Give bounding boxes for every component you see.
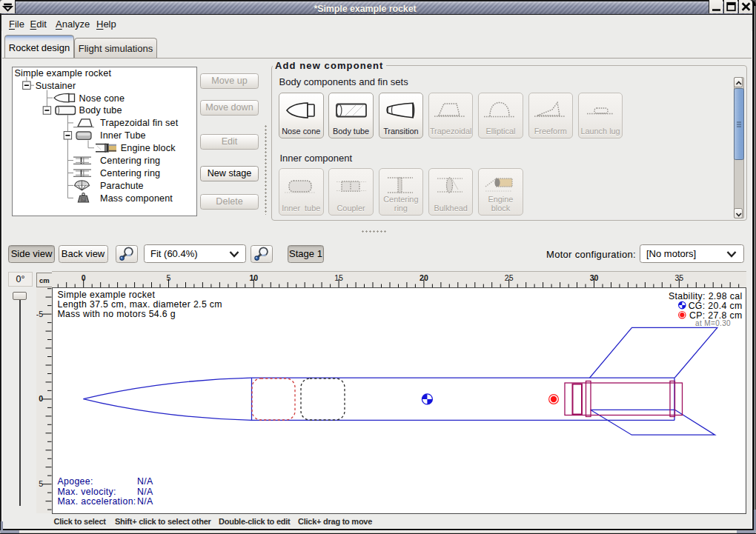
- svg-text:Mass component: Mass component: [100, 193, 173, 204]
- svg-text:30: 30: [589, 273, 598, 282]
- svg-text:-5: -5: [36, 310, 43, 318]
- svg-text:Mass with no motors 54.6 g: Mass with no motors 54.6 g: [57, 309, 175, 319]
- svg-text:N/A: N/A: [137, 487, 153, 497]
- svg-text:Nose cone: Nose cone: [79, 93, 125, 104]
- svg-text:Centering ring: Centering ring: [100, 168, 160, 178]
- svg-text:CG: 20.4 cm: CG: 20.4 cm: [688, 301, 742, 311]
- svg-text:10: 10: [249, 273, 258, 282]
- svg-text:0: 0: [81, 273, 85, 282]
- svg-text:Apogee:: Apogee:: [57, 476, 93, 487]
- svg-text:at M=0.30: at M=0.30: [695, 319, 731, 327]
- svg-text:20: 20: [420, 273, 428, 282]
- svg-text:Simple example rocket: Simple example rocket: [15, 68, 112, 79]
- svg-text:Max. acceleration:: Max. acceleration:: [57, 496, 136, 507]
- svg-text:Stability: 2.98 cal: Stability: 2.98 cal: [668, 291, 742, 301]
- svg-text:Centering ring: Centering ring: [100, 156, 160, 166]
- svg-text:Max. velocity:: Max. velocity:: [57, 487, 116, 497]
- svg-text:Engine block: Engine block: [121, 143, 176, 153]
- svg-text:25: 25: [504, 273, 513, 282]
- svg-text:Trapezoidal fin set: Trapezoidal fin set: [100, 118, 179, 128]
- svg-text:Simple example rocket: Simple example rocket: [57, 290, 155, 300]
- svg-text:Sustainer: Sustainer: [36, 81, 76, 91]
- svg-text:5: 5: [166, 273, 170, 282]
- svg-text:0: 0: [39, 394, 43, 403]
- svg-text:5: 5: [39, 479, 43, 488]
- svg-text:N/A: N/A: [137, 476, 153, 487]
- svg-text:N/A: N/A: [137, 496, 153, 507]
- svg-text:15: 15: [334, 273, 343, 282]
- svg-text:kg: kg: [82, 198, 86, 201]
- svg-text:Length 37.5 cm, max. diameter: Length 37.5 cm, max. diameter 2.5 cm: [57, 299, 222, 310]
- svg-text:Body tube: Body tube: [79, 105, 122, 116]
- svg-text:Parachute: Parachute: [100, 181, 144, 191]
- svg-text:35: 35: [674, 273, 683, 282]
- svg-text:Inner Tube: Inner Tube: [100, 130, 146, 141]
